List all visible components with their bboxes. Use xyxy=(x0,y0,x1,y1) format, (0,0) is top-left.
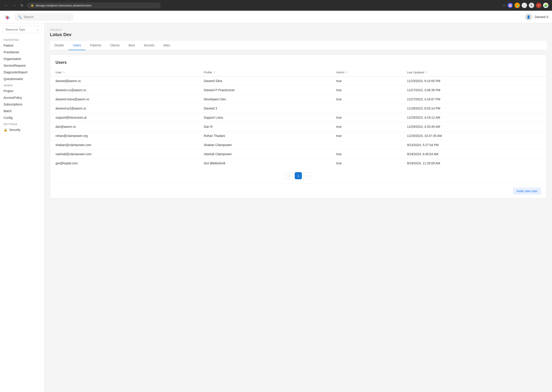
extension-icon-5[interactable]: U xyxy=(536,3,541,8)
extension-icon-4[interactable]: B xyxy=(529,3,534,8)
cell-profile: Dan R xyxy=(198,122,331,131)
sidebar-item-project[interactable]: Project xyxy=(0,88,44,94)
cell-admin: true xyxy=(331,122,402,131)
back-button[interactable]: ← xyxy=(4,2,9,8)
admin-section-label: ADMIN xyxy=(0,82,44,88)
sort-profile-icon[interactable]: ⇅ xyxy=(213,71,215,74)
app-logo xyxy=(4,13,12,21)
table-row[interactable]: dan@awsm.vcDan Rtrue11/29/2023, 4:20:45 … xyxy=(50,122,546,131)
lock-icon: 🔒 xyxy=(4,128,7,132)
table-row[interactable]: support@lotuscares.aiSupport Lotustrue11… xyxy=(50,113,546,122)
sort-user-icon[interactable]: ⇅ xyxy=(63,71,65,74)
sidebar-item-batch[interactable]: Batch xyxy=(0,108,44,114)
cell-user: rohan@claimpower.org xyxy=(50,131,198,140)
sidebar-item-service-request-label: ServiceRequest xyxy=(4,64,26,67)
avatar[interactable]: 👤 xyxy=(525,13,532,21)
cell-last-updated: 11/29/2023, 4:20:45 AM xyxy=(402,122,546,131)
sidebar-item-subscriptions-label: Subscriptions xyxy=(4,103,22,106)
resource-type-dropdown[interactable]: Resource Type ⌄ xyxy=(3,26,42,33)
cell-admin xyxy=(331,140,402,150)
cell-user: dan@awsm.vc xyxy=(50,122,198,131)
search-bar[interactable]: 🔍 ⌄ xyxy=(15,14,73,20)
sidebar-item-diagnostic-report[interactable]: DiagnosticReport xyxy=(0,69,44,76)
cell-admin: true xyxy=(331,159,402,168)
tab-secrets[interactable]: Secrets xyxy=(139,41,159,50)
table-row[interactable]: vaishali@claimpower.comVaishali Claimpow… xyxy=(50,150,546,159)
col-header-last-updated: Last Updated ⇅ xyxy=(402,69,546,77)
cell-profile: Vaishali Claimpower xyxy=(198,150,331,159)
prev-page-button[interactable]: ‹ xyxy=(286,172,293,179)
cell-profile: Daveed Silva xyxy=(198,77,331,86)
tab-patients[interactable]: Patients xyxy=(85,41,106,50)
favorites-section-label: FAVORITES xyxy=(0,37,44,42)
search-icon: 🔍 xyxy=(18,15,22,19)
table-row[interactable]: daveed+p2@awsm.vcDaveed 311/28/2023, 8:0… xyxy=(50,104,546,113)
sidebar-item-subscriptions[interactable]: Subscriptions xyxy=(0,101,44,108)
extension-icon-2[interactable]: 🌈 xyxy=(515,3,520,8)
invite-new-user-button[interactable]: Invite new user xyxy=(513,188,541,195)
col-header-user: User ⇅ xyxy=(50,69,198,77)
sidebar-item-questionnaire[interactable]: Questionnaire xyxy=(0,76,44,82)
cell-user: daveed+lotus@awsm.vc xyxy=(50,95,198,104)
sort-admin-icon[interactable]: ⇅ xyxy=(346,71,348,74)
cell-user: daveed@awsm.vc xyxy=(50,77,198,86)
tab-sites[interactable]: Sites xyxy=(159,41,175,50)
tab-users[interactable]: Users xyxy=(69,41,86,50)
extension-icon-3[interactable]: ⬜ xyxy=(522,3,527,8)
content-area: PROJECT Lotus Dev Details Users Patients… xyxy=(45,23,552,392)
browser-toolbar: ☆ 🌸 🌈 ⬜ B U 🧩 xyxy=(503,3,548,8)
cell-admin: true xyxy=(331,77,402,86)
table-row[interactable]: daveed+u1@awsm.vcDaveed P Practicionertr… xyxy=(50,86,546,95)
table-row[interactable]: givi@toptal.comGivi Bibileishvilitrue9/1… xyxy=(50,159,546,168)
resource-type-label: Resource Type xyxy=(6,28,25,31)
address-bar[interactable]: 🔒 devapp.medplum.lotuscares.ai/admin/use… xyxy=(27,2,161,8)
users-table: User ⇅ Profile ⇅ xyxy=(50,69,546,168)
cell-user: givi@toptal.com xyxy=(50,159,198,168)
pagination: ‹ 1 › xyxy=(50,168,546,184)
table-row[interactable]: daveed@awsm.vcDaveed Silvatrue11/15/2023… xyxy=(50,77,546,86)
next-page-button[interactable]: › xyxy=(304,172,311,179)
extension-icon-6[interactable]: 🧩 xyxy=(543,3,548,8)
sidebar-item-patient-label: Patient xyxy=(4,44,13,47)
cell-last-updated: 11/29/2023, 4:19:12 AM xyxy=(402,113,546,122)
extension-icon-1[interactable]: 🌸 xyxy=(507,3,513,8)
table-row[interactable]: rohan@claimpower.orgRohan Thadanitrue11/… xyxy=(50,131,546,140)
sidebar-item-access-policy[interactable]: AccessPolicy xyxy=(0,94,44,101)
cell-last-updated: 11/27/2023, 4:16:07 PM xyxy=(402,95,546,104)
lock-icon: 🔒 xyxy=(31,4,34,7)
sidebar-item-organization[interactable]: Organization xyxy=(0,56,44,62)
cell-profile: Developers Dev xyxy=(198,95,331,104)
tab-bots[interactable]: Bots xyxy=(124,41,139,50)
tabs: Details Users Patients Clients Bots Secr… xyxy=(50,41,547,50)
table-row[interactable]: shaban@claimpower.comShaban Claimpower9/… xyxy=(50,140,546,150)
table-row[interactable]: daveed+lotus@awsm.vcDevelopers Devtrue11… xyxy=(50,95,546,104)
user-name: Daveed S xyxy=(535,15,548,19)
sidebar-item-organization-label: Organization xyxy=(4,57,21,61)
sidebar-item-patient[interactable]: Patient xyxy=(0,42,44,49)
cell-profile: Daveed 3 xyxy=(198,104,331,113)
forward-button[interactable]: → xyxy=(12,2,17,8)
sidebar-item-service-request[interactable]: ServiceRequest xyxy=(0,62,44,69)
cell-profile: Shaban Claimpower xyxy=(198,140,331,150)
cell-last-updated: 9/19/2024, 6:49:54 AM xyxy=(402,150,546,159)
search-input[interactable] xyxy=(24,15,66,19)
sidebar-item-config[interactable]: Config xyxy=(0,114,44,121)
refresh-button[interactable]: ↻ xyxy=(20,2,24,8)
users-panel: Users User ⇅ Pro xyxy=(50,55,547,198)
sidebar-item-project-label: Project xyxy=(4,89,13,93)
panel-title: Users xyxy=(50,55,546,69)
page-1-button[interactable]: 1 xyxy=(295,172,302,179)
sidebar: Resource Type ⌄ FAVORITES Patient Practi… xyxy=(0,23,45,392)
sidebar-item-security-label: Security xyxy=(9,128,21,132)
sort-last-updated-icon[interactable]: ⇅ xyxy=(426,71,428,74)
topbar: 🔍 ⌄ 👤 Daveed S xyxy=(0,11,552,23)
sidebar-item-practitioner[interactable]: Practitioner xyxy=(0,49,44,56)
sidebar-item-config-label: Config xyxy=(4,116,13,119)
tab-details[interactable]: Details xyxy=(50,41,69,50)
sidebar-item-security[interactable]: 🔒 Security xyxy=(0,126,44,133)
cell-user: daveed+u1@awsm.vc xyxy=(50,86,198,95)
cell-profile: Support Lotus xyxy=(198,113,331,122)
bookmark-icon[interactable]: ☆ xyxy=(503,3,506,7)
tab-clients[interactable]: Clients xyxy=(106,41,124,50)
cell-admin: true xyxy=(331,131,402,140)
